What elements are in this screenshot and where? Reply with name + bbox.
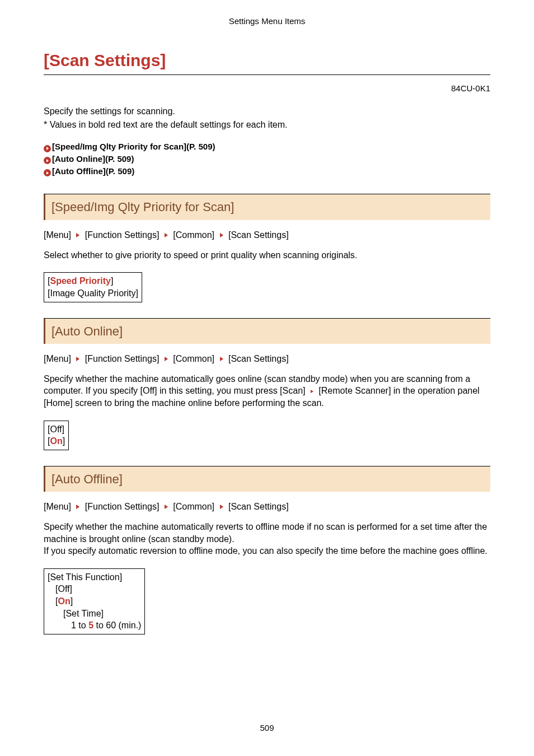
breadcrumb-offline: [Menu] [Function Settings] [Common] [Sca…: [44, 501, 490, 513]
toc-item-online[interactable]: [Auto Online](P. 509): [44, 153, 490, 165]
play-circle-icon: [44, 157, 51, 164]
intro-line1: Specify the settings for scanning.: [44, 105, 490, 118]
chevron-right-icon: [311, 390, 313, 393]
bc-function: [Function Settings]: [85, 230, 160, 240]
chevron-right-icon: [220, 505, 223, 509]
options-box-speed: [Speed Priority] [Image Quality Priority…: [44, 272, 142, 302]
bc-function: [Function Settings]: [85, 354, 160, 363]
bc-menu: [Menu]: [44, 230, 71, 240]
default-value: Speed Priority: [50, 276, 110, 286]
option-image-quality: [Image Quality Priority]: [48, 287, 138, 300]
para-offline-1: Specify whether the machine automaticall…: [44, 521, 490, 545]
option-time-range: 1 to 5 to 60 (min.): [48, 619, 141, 632]
option-on: [On]: [48, 595, 141, 608]
intro-block: Specify the settings for scanning. * Val…: [44, 105, 490, 130]
bc-scan: [Scan Settings]: [228, 354, 289, 363]
chevron-right-icon: [220, 233, 223, 237]
header-text: Settings Menu Items: [229, 16, 306, 26]
chevron-right-icon: [76, 357, 79, 361]
bc-common: [Common]: [173, 502, 214, 511]
options-box-offline: [Set This Function] [Off] [On] [Set Time…: [44, 568, 145, 634]
section-heading-speed: [Speed/Img Qlty Priority for Scan]: [44, 194, 490, 220]
page-number: 509: [0, 722, 534, 734]
running-header: Settings Menu Items: [44, 16, 490, 27]
default-value: On: [58, 596, 70, 606]
para-speed: Select whether to give priority to speed…: [44, 249, 490, 262]
bc-scan: [Scan Settings]: [228, 230, 289, 240]
bc-function: [Function Settings]: [85, 502, 160, 511]
option-off: [Off]: [48, 423, 65, 436]
breadcrumb-speed: [Menu] [Function Settings] [Common] [Sca…: [44, 229, 490, 241]
toc-link-speed: [Speed/Img Qlty Priority for Scan](P. 50…: [52, 142, 215, 151]
bc-common: [Common]: [173, 230, 214, 240]
bc-scan: [Scan Settings]: [228, 502, 289, 511]
bc-common: [Common]: [173, 354, 214, 363]
option-off: [Off]: [48, 583, 141, 595]
toc-list: [Speed/Img Qlty Priority for Scan](P. 50…: [44, 141, 490, 177]
play-circle-icon: [44, 169, 51, 176]
toc-item-offline[interactable]: [Auto Offline](P. 509): [44, 165, 490, 178]
chevron-right-icon: [76, 233, 79, 237]
toc-link-offline: [Auto Offline](P. 509): [52, 166, 134, 176]
play-circle-icon: [44, 145, 51, 152]
chevron-right-icon: [165, 357, 168, 361]
default-value: 5: [88, 620, 93, 630]
chevron-right-icon: [76, 505, 79, 509]
toc-item-speed[interactable]: [Speed/Img Qlty Priority for Scan](P. 50…: [44, 141, 490, 153]
breadcrumb-online: [Menu] [Function Settings] [Common] [Sca…: [44, 353, 490, 365]
para-offline-block: Specify whether the machine automaticall…: [44, 521, 490, 557]
option-speed-priority: [Speed Priority]: [48, 275, 138, 287]
section-heading-online: [Auto Online]: [44, 318, 490, 344]
options-box-online: [Off] [On]: [44, 421, 69, 450]
para-online: Specify whether the machine automaticall…: [44, 373, 490, 409]
chevron-right-icon: [220, 357, 223, 361]
chevron-right-icon: [165, 233, 168, 237]
toc-link-online: [Auto Online](P. 509): [52, 154, 134, 164]
document-id: 84CU-0K1: [44, 83, 490, 94]
option-set-this-function: [Set This Function]: [48, 571, 141, 584]
bc-menu: [Menu]: [44, 354, 71, 363]
chevron-right-icon: [165, 505, 168, 509]
default-value: On: [50, 436, 62, 446]
option-set-time: [Set Time]: [48, 608, 141, 620]
para-offline-2: If you specify automatic reversion to of…: [44, 545, 490, 557]
option-on: [On]: [48, 435, 65, 447]
page-title: [Scan Settings]: [44, 49, 490, 75]
bc-menu: [Menu]: [44, 502, 71, 511]
intro-line2: * Values in bold red text are the defaul…: [44, 119, 490, 131]
section-heading-offline: [Auto Offline]: [44, 466, 490, 492]
